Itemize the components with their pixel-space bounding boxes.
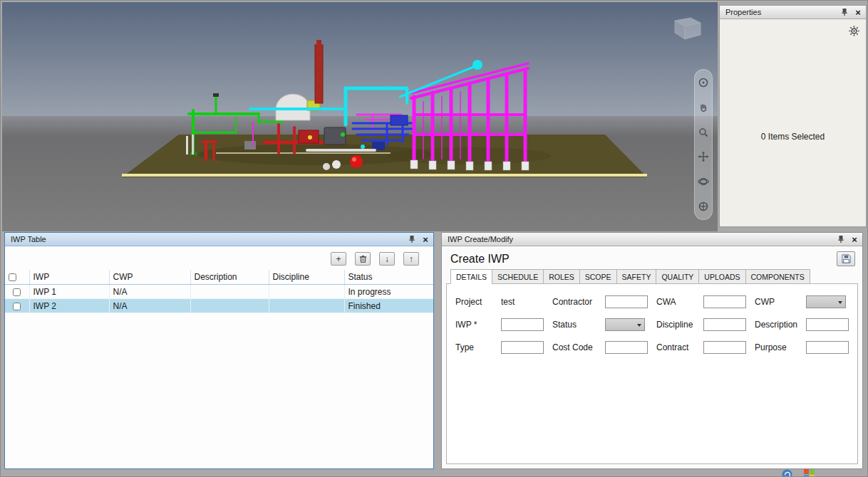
table-header-row: IWP CWP Description Discipline Status: [5, 270, 433, 285]
row-checkbox[interactable]: [13, 303, 21, 310]
plant-3d-model: [2, 2, 718, 231]
iwp-table-toolbar: + ↓ ↑: [5, 246, 433, 270]
cost-code-field[interactable]: [605, 341, 648, 354]
chevron-down-icon: [838, 301, 842, 304]
description-label: Description: [755, 320, 806, 330]
description-field[interactable]: [806, 318, 849, 331]
discipline-label: Discipline: [656, 320, 703, 330]
select-all-checkbox[interactable]: [9, 273, 16, 281]
pin-icon: [408, 235, 415, 243]
orbit-sphere-tool[interactable]: [696, 174, 711, 189]
cost-code-label: Cost Code: [552, 342, 605, 352]
add-iwp-button[interactable]: +: [331, 252, 346, 266]
discipline-field[interactable]: [703, 318, 746, 331]
tab-safety[interactable]: SAFETY: [616, 269, 656, 284]
delete-iwp-button[interactable]: [355, 252, 371, 266]
properties-body: 0 Items Selected: [720, 19, 866, 227]
table-empty-area: [5, 313, 433, 468]
column-header-status[interactable]: Status: [344, 270, 433, 285]
iwp-create-title: IWP Create/Modify: [448, 235, 836, 243]
view-cube[interactable]: [662, 15, 705, 45]
tab-scope[interactable]: SCOPE: [579, 269, 616, 284]
application-window: Properties × 0 Items Selected IWP Table: [0, 0, 868, 477]
type-label: Type: [455, 342, 501, 352]
pin-button[interactable]: [836, 234, 846, 244]
project-label: Project: [455, 297, 501, 307]
pin-icon: [837, 235, 844, 243]
steering-wheel-tool[interactable]: [696, 199, 711, 214]
details-form: Project test Contractor CWA CWP IWP * St…: [446, 283, 858, 464]
contract-label: Contract: [656, 342, 703, 352]
viewport-3d[interactable]: [2, 2, 718, 231]
cwp-select[interactable]: [806, 295, 846, 308]
items-selected-text: 0 Items Selected: [720, 132, 866, 142]
iwp-field[interactable]: [501, 318, 544, 331]
save-floppy-icon: [841, 253, 852, 264]
close-button[interactable]: ×: [420, 234, 430, 244]
iwp-table-panel: IWP Table × + ↓ ↑: [4, 232, 434, 469]
purpose-field[interactable]: [806, 341, 849, 354]
iwp-table: IWP CWP Description Discipline Status IW…: [5, 270, 433, 313]
type-field[interactable]: [501, 341, 544, 354]
row-checkbox[interactable]: [13, 288, 21, 296]
navigation-toolbar: [694, 69, 713, 220]
contract-field[interactable]: [703, 341, 746, 354]
fullnav-orbit-tool[interactable]: [696, 75, 711, 90]
create-iwp-heading: Create IWP: [450, 253, 510, 266]
cwa-label: CWA: [656, 297, 703, 307]
taskbar-sync-icon[interactable]: [782, 469, 792, 477]
move-tool[interactable]: [696, 150, 711, 164]
contractor-label: Contractor: [552, 297, 605, 307]
zoom-tool[interactable]: [696, 125, 711, 140]
column-header-iwp[interactable]: IWP: [29, 270, 109, 285]
iwp-label: IWP *: [455, 320, 501, 330]
properties-title: Properties: [725, 8, 839, 16]
move-down-button[interactable]: ↓: [379, 252, 395, 266]
pan-hand-tool[interactable]: [696, 100, 711, 115]
properties-panel: Properties × 0 Items Selected: [719, 5, 867, 227]
tab-uploads[interactable]: UPLOADS: [698, 269, 745, 284]
column-header-cwp[interactable]: CWP: [109, 270, 190, 285]
iwp-table-titlebar: IWP Table ×: [5, 233, 433, 246]
create-iwp-tabs: DETAILS SCHEDULE ROLES SCOPE SAFETY QUAL…: [442, 269, 862, 284]
table-row-iwp2-selected[interactable]: IWP 2 N/A Finished: [5, 299, 433, 313]
iwp-table-title: IWP Table: [11, 235, 407, 243]
close-button[interactable]: ×: [853, 7, 863, 17]
column-header-discipline[interactable]: Discipline: [269, 270, 344, 285]
tab-details[interactable]: DETAILS: [450, 269, 492, 284]
project-value: test: [501, 297, 552, 307]
status-select[interactable]: [605, 318, 645, 331]
save-button[interactable]: [837, 251, 855, 266]
cwa-field[interactable]: [703, 295, 746, 308]
contractor-field[interactable]: [605, 295, 648, 308]
column-header-description[interactable]: Description: [190, 270, 269, 285]
pin-icon: [841, 8, 848, 16]
taskbar-app-grid-icon[interactable]: [804, 469, 815, 477]
status-label: Status: [552, 320, 605, 330]
pin-button[interactable]: [839, 7, 849, 17]
settings-gear-icon[interactable]: [848, 25, 860, 37]
table-row-iwp1[interactable]: IWP 1 N/A In progress: [5, 285, 433, 299]
chevron-down-icon: [637, 324, 641, 327]
tab-quality[interactable]: QUALITY: [656, 269, 698, 284]
cwp-label: CWP: [755, 297, 806, 307]
trash-icon: [358, 254, 368, 263]
tab-schedule[interactable]: SCHEDULE: [492, 269, 543, 284]
iwp-create-panel: IWP Create/Modify × Create IWP DETAILS S…: [441, 232, 863, 469]
iwp-create-titlebar: IWP Create/Modify ×: [442, 233, 862, 246]
properties-titlebar: Properties ×: [720, 6, 866, 19]
move-up-button[interactable]: ↑: [403, 252, 419, 266]
close-button[interactable]: ×: [849, 234, 859, 244]
tab-roles[interactable]: ROLES: [543, 269, 579, 284]
pin-button[interactable]: [407, 234, 417, 244]
tab-components[interactable]: COMPONENTS: [745, 269, 810, 284]
purpose-label: Purpose: [755, 342, 806, 352]
